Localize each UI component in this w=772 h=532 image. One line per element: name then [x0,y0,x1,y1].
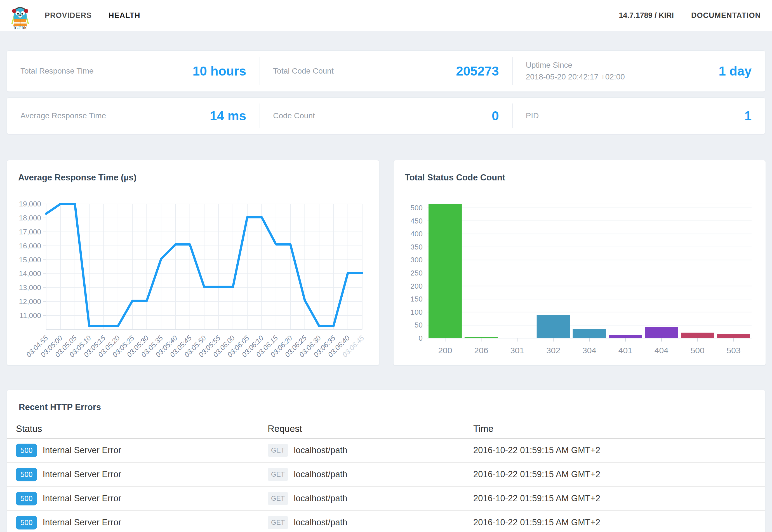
status-code-chart-card: Total Status Code Count 0501001502002503… [393,160,766,366]
table-row: 500 Internal Server Error GET localhost/… [7,439,765,463]
status-cell: 500 Internal Server Error [16,444,268,457]
svg-text:400: 400 [411,230,423,238]
uptime-date: 2018-05-20 20:42:17 +02:00 [526,71,625,83]
column-header-request: Request [268,423,473,434]
request-cell: GET localhost/path [268,444,473,457]
stat-value: 1 [744,108,752,123]
svg-text:200: 200 [411,282,423,290]
request-cell: GET localhost/path [268,516,473,529]
status-cell: 500 Internal Server Error [16,492,268,505]
svg-text:11,000: 11,000 [19,311,41,320]
request-path: localhost/path [294,469,347,479]
traefik-gopher-icon: træfik [7,1,33,30]
navbar: træfik PROVIDERS HEALTH 14.7.1789 / KIRI… [0,0,772,31]
svg-text:450: 450 [411,217,423,225]
svg-text:500: 500 [411,204,423,212]
svg-text:404: 404 [655,346,669,355]
stat-value: 10 hours [193,63,246,79]
stat-label: Uptime Since 2018-05-20 20:42:17 +02:00 [526,59,625,83]
svg-text:250: 250 [411,269,423,277]
errors-table-title: Recent HTTP Errors [7,402,765,412]
stat-pid: PID 1 [512,98,765,134]
svg-text:15,000: 15,000 [19,256,41,264]
svg-text:401: 401 [618,346,632,355]
stats-row-2: Average Response Time 14 ms Code Count 0… [7,97,765,134]
column-header-time: Time [473,423,765,434]
request-path: localhost/path [294,517,347,528]
svg-text:302: 302 [546,346,560,355]
recent-http-errors-card: Recent HTTP Errors Status Request Time 5… [7,390,765,532]
stat-label: Code Count [273,110,315,122]
time-cell: 2016-10-22 01:59:15 AM GMT+2 [473,493,765,503]
status-message: Internal Server Error [43,469,121,479]
errors-table: Status Request Time 500 Internal Server … [7,420,765,532]
svg-text:503: 503 [727,346,741,355]
svg-text:18,000: 18,000 [19,214,41,222]
nav-tab-providers[interactable]: PROVIDERS [45,11,92,20]
stat-value: 14 ms [210,108,246,123]
status-code-badge: 500 [16,468,37,481]
column-header-status: Status [16,423,268,434]
http-method-chip: GET [268,516,288,529]
main-nav: PROVIDERS HEALTH [45,11,157,20]
svg-text:200: 200 [438,346,452,355]
svg-text:150: 150 [411,295,423,303]
svg-text:206: 206 [474,346,488,355]
stat-label: Total Response Time [20,65,93,77]
version-label: 14.7.1789 / KIRI [619,11,674,20]
stat-value: 1 day [719,63,752,79]
status-message: Internal Server Error [43,493,121,503]
svg-text:17,000: 17,000 [19,228,41,236]
svg-text:500: 500 [691,346,705,355]
table-row: 500 Internal Server Error GET localhost/… [7,487,765,511]
stat-total-response-time: Total Response Time 10 hours [7,51,260,91]
response-time-chart-card: Average Response Time (µs) 11,00012,0001… [7,160,379,366]
svg-text:træfik: træfik [13,24,27,30]
request-path: localhost/path [294,445,347,455]
svg-text:19,000: 19,000 [19,200,41,208]
stat-label: Average Response Time [20,110,106,122]
svg-text:50: 50 [415,321,423,329]
svg-text:16,000: 16,000 [19,242,41,250]
chart-title: Average Response Time (µs) [18,173,368,183]
table-row: 500 Internal Server Error GET localhost/… [7,511,765,532]
stat-average-response-time: Average Response Time 14 ms [7,98,260,134]
svg-text:300: 300 [411,256,423,264]
status-code-badge: 500 [16,516,37,529]
chart-title: Total Status Code Count [405,173,754,183]
stat-label: PID [526,110,539,122]
status-code-badge: 500 [16,492,37,505]
svg-text:304: 304 [582,346,596,355]
status-code-bar-chart: 0501001502002503003504004505002002063013… [405,185,754,359]
stat-code-count: Code Count 0 [260,98,512,134]
documentation-link[interactable]: DOCUMENTATION [691,11,761,20]
stat-label: Total Code Count [273,65,333,77]
request-cell: GET localhost/path [268,492,473,505]
svg-text:13,000: 13,000 [19,283,41,292]
time-cell: 2016-10-22 01:59:15 AM GMT+2 [473,517,765,528]
stat-value: 205273 [456,63,499,79]
status-cell: 500 Internal Server Error [16,516,268,529]
http-method-chip: GET [268,492,288,505]
errors-table-header: Status Request Time [7,420,765,439]
time-cell: 2016-10-22 01:59:15 AM GMT+2 [473,469,765,479]
svg-text:301: 301 [510,346,524,355]
http-method-chip: GET [268,468,288,481]
charts-row: Average Response Time (µs) 11,00012,0001… [7,160,765,366]
stat-value: 0 [492,108,499,123]
status-message: Internal Server Error [43,517,121,528]
http-method-chip: GET [268,444,288,457]
svg-text:12,000: 12,000 [19,297,41,306]
svg-text:100: 100 [411,308,423,316]
request-path: localhost/path [294,493,347,503]
traefik-logo[interactable]: træfik [7,1,34,30]
request-cell: GET localhost/path [268,468,473,481]
stat-total-code-count: Total Code Count 205273 [260,51,512,91]
status-cell: 500 Internal Server Error [16,468,268,481]
stat-uptime-since: Uptime Since 2018-05-20 20:42:17 +02:00 … [512,51,765,91]
status-message: Internal Server Error [43,445,121,455]
table-row: 500 Internal Server Error GET localhost/… [7,463,765,487]
stats-row-1: Total Response Time 10 hours Total Code … [7,50,765,92]
nav-tab-health[interactable]: HEALTH [109,11,140,20]
time-cell: 2016-10-22 01:59:15 AM GMT+2 [473,445,765,455]
